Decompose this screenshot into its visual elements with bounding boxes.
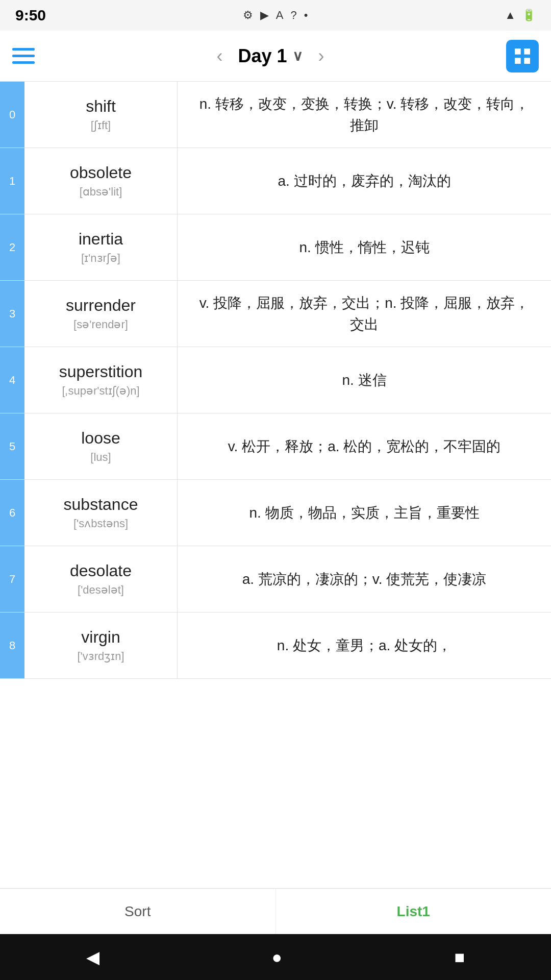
word-index: 3 xyxy=(0,281,24,347)
word-text: desolate xyxy=(70,561,132,580)
recents-button[interactable]: ■ xyxy=(455,947,465,967)
word-index: 6 xyxy=(0,480,24,546)
word-text: inertia xyxy=(79,230,123,249)
word-index: 1 xyxy=(0,148,24,214)
word-definition: n. 处女，童男；a. 处女的， xyxy=(178,612,551,678)
word-index: 7 xyxy=(0,546,24,612)
toolbar: ‹ Day 1 ∨ › xyxy=(0,31,551,82)
word-text: obsolete xyxy=(70,163,132,182)
list1-tab-label: List1 xyxy=(397,903,430,920)
word-cell: substance['sʌbstəns] xyxy=(24,480,178,546)
word-definition: a. 荒凉的，凄凉的；v. 使荒芜，使凄凉 xyxy=(178,546,551,612)
word-definition: a. 过时的，废弃的，淘汰的 xyxy=(178,148,551,214)
word-text: superstition xyxy=(59,362,143,381)
grid-view-button[interactable] xyxy=(506,40,539,72)
list1-tab[interactable]: List1 xyxy=(276,889,552,934)
svg-rect-2 xyxy=(515,58,521,64)
signal-icon: ▲ xyxy=(505,9,516,22)
word-text: shift xyxy=(86,97,116,116)
word-definition: n. 物质，物品，实质，主旨，重要性 xyxy=(178,480,551,546)
prev-day-button[interactable]: ‹ xyxy=(216,45,222,67)
word-definition: n. 转移，改变，变换，转换；v. 转移，改变，转向，推卸 xyxy=(178,82,551,148)
gear-icon: ⚙ xyxy=(243,9,253,22)
word-text: virgin xyxy=(81,628,120,647)
hamburger-menu-button[interactable] xyxy=(12,48,35,64)
chevron-down-icon: ∨ xyxy=(292,47,303,64)
word-cell: virgin['vɜrdʒɪn] xyxy=(24,612,178,678)
svg-rect-1 xyxy=(524,48,530,55)
recents-icon: ■ xyxy=(455,947,465,967)
word-definition: v. 松开，释放；a. 松的，宽松的，不牢固的 xyxy=(178,413,551,479)
android-nav-bar: ◀ ● ■ xyxy=(0,934,551,980)
word-phonetic: [lus] xyxy=(90,451,111,464)
word-phonetic: ['desələt] xyxy=(78,583,124,597)
question-icon: ? xyxy=(291,9,297,22)
word-cell: obsolete[ɑbsə'lit] xyxy=(24,148,178,214)
back-icon: ◀ xyxy=(86,947,99,967)
word-index: 4 xyxy=(0,347,24,413)
status-right: ▲ 🔋 xyxy=(505,9,536,22)
table-row[interactable]: 6substance['sʌbstəns]n. 物质，物品，实质，主旨，重要性 xyxy=(0,480,551,546)
next-day-button[interactable]: › xyxy=(318,45,324,67)
dot-icon: • xyxy=(304,9,308,22)
word-cell: shift[ʃɪft] xyxy=(24,82,178,148)
status-time: 9:50 xyxy=(15,7,46,24)
word-cell: superstition[ˌsupər'stɪʃ(ə)n] xyxy=(24,347,178,413)
toolbar-center: ‹ Day 1 ∨ › xyxy=(216,45,324,67)
word-cell: inertia[ɪ'nɜrʃə] xyxy=(24,214,178,280)
word-phonetic: [sə'rendər] xyxy=(73,318,128,331)
word-phonetic: [ɑbsə'lit] xyxy=(80,185,122,199)
play-icon: ▶ xyxy=(260,9,269,22)
word-phonetic: [ˌsupər'stɪʃ(ə)n] xyxy=(62,384,139,398)
table-row[interactable]: 3surrender[sə'rendər]v. 投降，屈服，放弃，交出；n. 投… xyxy=(0,281,551,347)
home-button[interactable]: ● xyxy=(271,947,282,967)
grid-icon xyxy=(512,46,533,66)
word-index: 5 xyxy=(0,413,24,479)
status-icons: ⚙ ▶ A ? • xyxy=(243,9,308,22)
word-definition: n. 迷信 xyxy=(178,347,551,413)
table-row[interactable]: 4superstition[ˌsupər'stɪʃ(ə)n]n. 迷信 xyxy=(0,347,551,413)
word-text: substance xyxy=(64,495,138,514)
word-phonetic: [ʃɪft] xyxy=(91,119,111,132)
back-button[interactable]: ◀ xyxy=(86,947,99,967)
word-index: 8 xyxy=(0,612,24,678)
battery-icon: 🔋 xyxy=(522,9,536,22)
word-cell: desolate['desələt] xyxy=(24,546,178,612)
home-icon: ● xyxy=(271,947,282,967)
word-index: 2 xyxy=(0,214,24,280)
table-row[interactable]: 5loose[lus]v. 松开，释放；a. 松的，宽松的，不牢固的 xyxy=(0,413,551,480)
font-icon: A xyxy=(276,9,284,22)
table-row[interactable]: 1obsolete[ɑbsə'lit]a. 过时的，废弃的，淘汰的 xyxy=(0,148,551,214)
bottom-bar: Sort List1 xyxy=(0,888,551,934)
word-cell: loose[lus] xyxy=(24,413,178,479)
word-phonetic: ['vɜrdʒɪn] xyxy=(77,650,124,663)
toolbar-right xyxy=(506,40,539,72)
word-text: loose xyxy=(81,429,120,448)
word-text: surrender xyxy=(66,296,136,315)
table-row[interactable]: 8virgin['vɜrdʒɪn]n. 处女，童男；a. 处女的， xyxy=(0,612,551,679)
table-row[interactable]: 7desolate['desələt]a. 荒凉的，凄凉的；v. 使荒芜，使凄凉 xyxy=(0,546,551,612)
word-phonetic: ['sʌbstəns] xyxy=(73,517,128,530)
word-definition: n. 惯性，惰性，迟钝 xyxy=(178,214,551,280)
word-list: 0shift[ʃɪft]n. 转移，改变，变换，转换；v. 转移，改变，转向，推… xyxy=(0,82,551,888)
sort-tab-label: Sort xyxy=(124,903,151,920)
word-index: 0 xyxy=(0,82,24,148)
day-title-text: Day 1 xyxy=(238,45,287,67)
toolbar-left xyxy=(12,48,35,64)
status-bar: 9:50 ⚙ ▶ A ? • ▲ 🔋 xyxy=(0,0,551,31)
word-phonetic: [ɪ'nɜrʃə] xyxy=(81,252,120,265)
word-cell: surrender[sə'rendər] xyxy=(24,281,178,347)
table-row[interactable]: 2inertia[ɪ'nɜrʃə]n. 惯性，惰性，迟钝 xyxy=(0,214,551,281)
day-title-button[interactable]: Day 1 ∨ xyxy=(238,45,303,67)
table-row[interactable]: 0shift[ʃɪft]n. 转移，改变，变换，转换；v. 转移，改变，转向，推… xyxy=(0,82,551,148)
svg-rect-3 xyxy=(524,58,530,64)
svg-rect-0 xyxy=(515,48,521,55)
sort-tab[interactable]: Sort xyxy=(0,889,276,934)
word-definition: v. 投降，屈服，放弃，交出；n. 投降，屈服，放弃，交出 xyxy=(178,281,551,347)
